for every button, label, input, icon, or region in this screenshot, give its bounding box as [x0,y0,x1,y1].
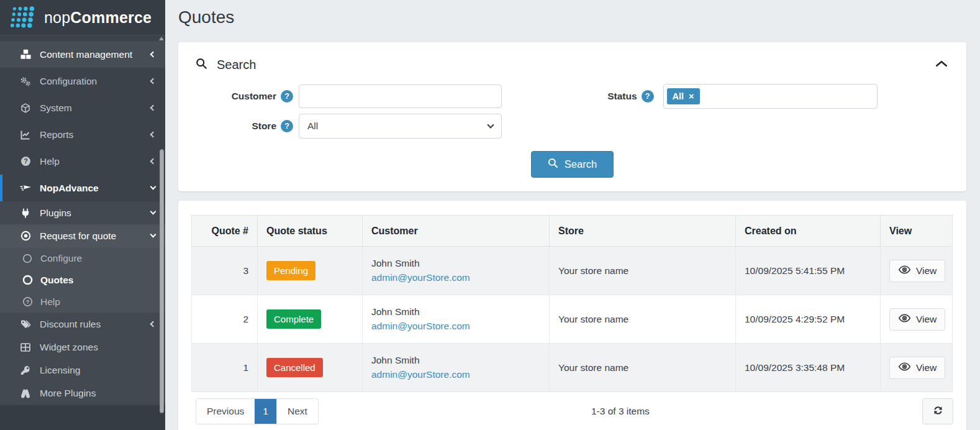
brand-name: nopCommerce [44,9,152,27]
help-icon[interactable]: ? [281,90,293,103]
customer-email-link[interactable]: admin@yourStore.com [371,369,470,380]
chevron-down-icon [150,184,157,190]
search-panel-title: Search [217,58,256,72]
sidebar-item-label: Discount rules [40,319,151,330]
scroll-up-arrow-icon[interactable] [159,37,164,40]
quotes-table: Quote # Quote status Customer Store Crea… [191,215,953,392]
chip-remove-icon[interactable]: × [689,91,694,101]
tags-icon [18,319,33,329]
chevron-left-icon [150,105,157,111]
chevron-up-icon[interactable] [935,58,948,70]
table-row: 1 Cancelled John Smith admin@yourStore.c… [192,344,953,392]
status-field-row: Status ? All × [573,84,950,109]
sidebar-item-discount-rules[interactable]: Discount rules [0,313,165,336]
pager: Previous 1 Next 1-3 of 3 items [191,398,953,424]
chevron-left-icon [150,158,157,165]
status-badge: Cancelled [266,358,323,377]
view-button[interactable]: View [889,357,945,379]
sidebar-item-widget-zones[interactable]: Widget zones [0,336,165,359]
customer-name: John Smith [371,306,540,318]
circle-icon [20,275,34,285]
column-header-view: View [881,216,953,247]
previous-page-button[interactable]: Previous [196,399,255,424]
sidebar-item-label: Content management [40,49,151,60]
sidebar-item-configure[interactable]: Configure [0,247,165,269]
store-label: Store [196,121,276,132]
question-circle-icon: ? [20,296,34,307]
customer-field-row: Customer ? [196,84,573,109]
sidebar-item-configuration[interactable]: Configuration [0,68,165,94]
column-header-created-on: Created on [736,216,881,247]
help-icon[interactable]: ? [642,90,654,103]
chevron-down-icon [487,121,494,128]
sidebar-item-nopadvance[interactable]: NopAdvance [0,175,165,201]
customer-email-link[interactable]: admin@yourStore.com [371,272,470,283]
refresh-button[interactable] [922,398,953,424]
view-button[interactable]: View [889,260,945,282]
sidebar-item-reports[interactable]: Reports [0,121,165,148]
table-row: 3 Pending John Smith admin@yourStore.com… [192,247,953,295]
search-button[interactable]: Search [531,151,614,178]
store-select-value: All [307,121,318,132]
chevron-down-icon [150,232,157,238]
key-icon [18,365,33,375]
gears-icon [18,76,33,86]
refresh-icon [933,405,943,418]
sidebar-item-content-management[interactable]: Content management [0,41,165,68]
store-field-row: Store ? All [196,114,573,139]
main-content: Quotes Search Customer ? Status [165,0,980,430]
scrollbar-thumb[interactable] [160,149,164,413]
sidebar-item-plugins[interactable]: Plugins [0,201,165,224]
customer-name: John Smith [371,258,540,269]
customer-label: Customer [196,91,276,102]
sidebar-item-label: System [40,103,151,114]
sidebar-item-quotes[interactable]: Quotes [0,269,165,291]
sidebar-scrollbar[interactable] [159,35,165,430]
chevron-down-icon [150,209,157,215]
view-button[interactable]: View [889,308,945,331]
sidebar-item-label: Request for quote [40,231,151,242]
customer-input[interactable] [299,85,502,108]
eye-icon [898,362,911,373]
sidebar-item-label: Configure [40,253,155,264]
svg-text:?: ? [24,157,27,165]
sidebar-item-label: Licensing [40,365,155,376]
chevron-left-icon [150,132,157,138]
paper-plane-icon [18,183,33,193]
cubes-icon [18,49,33,60]
sidebar-item-label: Configuration [40,76,151,87]
page-title: Quotes [178,7,966,27]
brand-logo[interactable]: nopCommerce [0,0,165,35]
help-icon[interactable]: ? [281,120,293,132]
sidebar-item-system[interactable]: System [0,94,165,121]
sidebar-item-licensing[interactable]: Licensing [0,359,165,382]
sidebar-item-help[interactable]: ? Help [0,148,165,175]
column-header-customer: Customer [363,216,550,247]
sidebar-item-label: NopAdvance [40,183,151,194]
page-1-button[interactable]: 1 [255,399,276,424]
search-panel: Search Customer ? Status ? All [178,42,966,191]
chart-line-icon [18,130,33,140]
status-badge: Complete [266,309,321,329]
column-header-quote-status: Quote status [258,216,363,247]
created-on-cell: 10/09/2025 4:29:52 PM [736,295,881,344]
status-multiselect[interactable]: All × [663,84,878,109]
eye-icon [898,265,911,277]
sidebar-item-request-for-quote[interactable]: Request for quote [0,224,165,247]
sidebar-item-help-sub[interactable]: ? Help [0,291,165,313]
chevron-left-icon [150,78,157,85]
sidebar-footer [0,406,165,430]
store-cell: Your store name [550,247,736,295]
created-on-cell: 10/09/2025 5:41:55 PM [736,247,881,295]
sidebar-item-label: Help [40,156,151,167]
table-row: 2 Complete John Smith admin@yourStore.co… [192,295,953,344]
table-grid-icon [18,342,33,352]
nopcommerce-logo-icon [8,6,37,29]
customer-email-link[interactable]: admin@yourStore.com [371,321,470,331]
next-page-button[interactable]: Next [276,399,318,424]
status-chip[interactable]: All × [667,88,700,104]
column-header-quote-number: Quote # [192,216,258,247]
store-select[interactable]: All [299,114,502,139]
sidebar-item-more-plugins[interactable]: More Plugins [0,382,165,405]
sidebar-item-label: Plugins [40,208,151,219]
